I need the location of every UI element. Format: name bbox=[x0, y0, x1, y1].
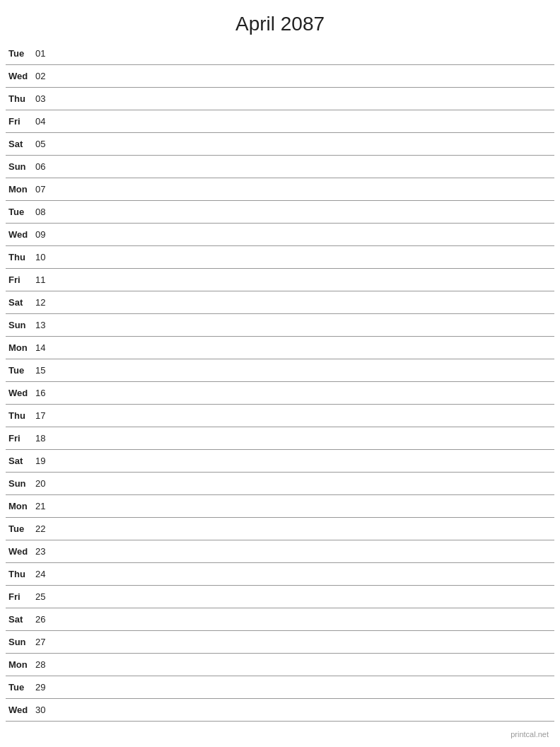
day-line bbox=[55, 687, 554, 688]
day-row: Sat05 bbox=[6, 133, 554, 156]
day-name: Tue bbox=[6, 365, 35, 376]
day-row: Mon07 bbox=[6, 178, 554, 201]
day-row: Wed30 bbox=[6, 699, 554, 722]
day-row: Mon14 bbox=[6, 337, 554, 359]
day-name: Fri bbox=[6, 433, 35, 444]
day-line bbox=[55, 212, 554, 212]
day-line bbox=[55, 279, 554, 280]
day-number: 11 bbox=[35, 274, 55, 285]
day-line bbox=[55, 98, 554, 99]
day-name: Wed bbox=[6, 705, 35, 715]
day-name: Thu bbox=[6, 93, 35, 104]
day-number: 18 bbox=[35, 433, 55, 444]
day-number: 12 bbox=[35, 297, 55, 308]
day-name: Sun bbox=[6, 161, 35, 172]
day-line bbox=[55, 551, 554, 552]
day-number: 24 bbox=[35, 569, 55, 579]
day-row: Sat19 bbox=[6, 450, 554, 473]
day-name: Fri bbox=[6, 591, 35, 602]
day-line bbox=[55, 619, 554, 620]
day-number: 29 bbox=[35, 682, 55, 693]
day-row: Sun06 bbox=[6, 156, 554, 178]
day-number: 07 bbox=[35, 184, 55, 195]
day-line bbox=[55, 710, 554, 710]
footer-text: printcal.net bbox=[511, 730, 549, 739]
day-number: 13 bbox=[35, 320, 55, 330]
day-row: Fri11 bbox=[6, 269, 554, 291]
day-name: Wed bbox=[6, 71, 35, 81]
day-row: Fri04 bbox=[6, 110, 554, 133]
day-line bbox=[55, 53, 554, 54]
day-row: Sat26 bbox=[6, 608, 554, 631]
day-name: Tue bbox=[6, 207, 35, 217]
day-number: 15 bbox=[35, 365, 55, 376]
day-name: Sat bbox=[6, 456, 35, 466]
day-line bbox=[55, 325, 554, 325]
day-row: Tue08 bbox=[6, 201, 554, 224]
day-name: Sun bbox=[6, 320, 35, 330]
day-row: Mon28 bbox=[6, 654, 554, 676]
day-line bbox=[55, 393, 554, 393]
day-number: 04 bbox=[35, 116, 55, 127]
day-name: Thu bbox=[6, 252, 35, 262]
day-row: Wed02 bbox=[6, 65, 554, 88]
day-row: Wed23 bbox=[6, 540, 554, 563]
day-number: 27 bbox=[35, 637, 55, 647]
day-number: 30 bbox=[35, 705, 55, 715]
day-line bbox=[55, 234, 554, 235]
day-name: Mon bbox=[6, 659, 35, 670]
day-line bbox=[55, 189, 554, 190]
day-number: 21 bbox=[35, 501, 55, 511]
day-line bbox=[55, 664, 554, 665]
day-name: Mon bbox=[6, 342, 35, 353]
day-row: Sun13 bbox=[6, 314, 554, 337]
day-number: 10 bbox=[35, 252, 55, 262]
day-number: 22 bbox=[35, 523, 55, 534]
day-name: Wed bbox=[6, 388, 35, 398]
day-row: Wed16 bbox=[6, 382, 554, 405]
day-name: Thu bbox=[6, 410, 35, 421]
day-row: Thu10 bbox=[6, 246, 554, 269]
day-number: 03 bbox=[35, 93, 55, 104]
day-name: Fri bbox=[6, 274, 35, 285]
day-line bbox=[55, 121, 554, 122]
day-number: 16 bbox=[35, 388, 55, 398]
day-row: Tue22 bbox=[6, 518, 554, 540]
day-name: Fri bbox=[6, 116, 35, 127]
day-line bbox=[55, 461, 554, 461]
day-row: Thu03 bbox=[6, 88, 554, 110]
day-number: 14 bbox=[35, 342, 55, 353]
day-name: Mon bbox=[6, 184, 35, 195]
day-number: 26 bbox=[35, 614, 55, 625]
day-line bbox=[55, 596, 554, 597]
day-number: 06 bbox=[35, 161, 55, 172]
day-row: Mon21 bbox=[6, 495, 554, 518]
day-number: 08 bbox=[35, 207, 55, 217]
day-row: Tue01 bbox=[6, 42, 554, 65]
day-line bbox=[55, 257, 554, 257]
day-row: Tue15 bbox=[6, 359, 554, 382]
day-name: Sat bbox=[6, 297, 35, 308]
day-name: Thu bbox=[6, 569, 35, 579]
day-number: 09 bbox=[35, 229, 55, 240]
day-line bbox=[55, 438, 554, 439]
day-number: 28 bbox=[35, 659, 55, 670]
day-name: Sat bbox=[6, 614, 35, 625]
page-title: April 2087 bbox=[0, 0, 560, 42]
day-row: Fri18 bbox=[6, 427, 554, 450]
day-line bbox=[55, 483, 554, 484]
day-line bbox=[55, 642, 554, 642]
day-name: Wed bbox=[6, 229, 35, 240]
day-name: Sun bbox=[6, 478, 35, 489]
day-line bbox=[55, 370, 554, 371]
day-name: Sat bbox=[6, 139, 35, 149]
day-line bbox=[55, 166, 554, 167]
day-row: Fri25 bbox=[6, 586, 554, 608]
day-number: 17 bbox=[35, 410, 55, 421]
day-number: 23 bbox=[35, 546, 55, 557]
day-number: 20 bbox=[35, 478, 55, 489]
calendar-grid: Tue01Wed02Thu03Fri04Sat05Sun06Mon07Tue08… bbox=[0, 42, 560, 722]
day-row: Thu24 bbox=[6, 563, 554, 586]
day-name: Tue bbox=[6, 523, 35, 534]
day-name: Tue bbox=[6, 48, 35, 59]
